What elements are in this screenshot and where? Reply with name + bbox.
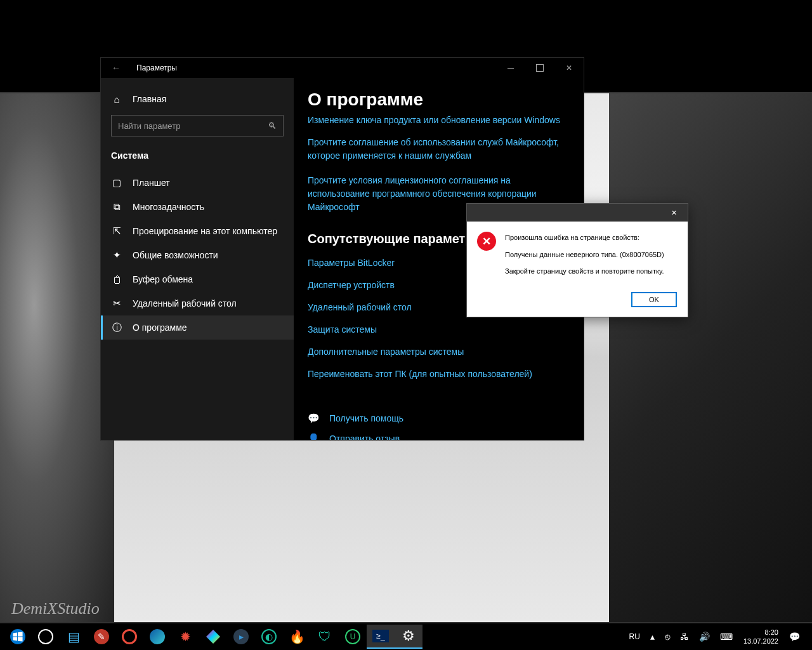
taskbar-app-3[interactable]: ✹ xyxy=(171,625,199,649)
feedback-label: Отправить отзыв xyxy=(329,434,400,440)
tray-network-icon[interactable]: 🖧 xyxy=(677,632,692,642)
info-icon: ⓘ xyxy=(111,322,122,333)
taskbar-app-1[interactable]: ✎ xyxy=(88,625,115,649)
sidebar-item-clipboard[interactable]: 📋︎ Буфер обмена xyxy=(101,267,294,291)
dialog-titlebar[interactable]: ✕ xyxy=(467,204,688,222)
window-controls xyxy=(496,58,584,78)
projecting-icon: ⇱ xyxy=(111,225,122,237)
sidebar-item-label: Планшет xyxy=(133,178,170,188)
sidebar-item-label: Буфер обмена xyxy=(133,274,193,284)
taskbar-app-6[interactable]: ◐ xyxy=(255,625,283,649)
taskbar-app-4[interactable] xyxy=(199,625,227,649)
link-advanced-system[interactable]: Дополнительные параметры системы xyxy=(308,345,570,359)
maximize-button[interactable] xyxy=(525,58,554,78)
error-icon: ✕ xyxy=(477,232,496,251)
svg-point-0 xyxy=(10,629,25,644)
sidebar-item-shared[interactable]: ✦ Общие возможности xyxy=(101,243,294,267)
sidebar-item-projecting[interactable]: ⇱ Проецирование на этот компьютер xyxy=(101,219,294,243)
window-title: Параметры xyxy=(136,63,496,72)
taskbar-app-8[interactable]: 🛡 xyxy=(311,625,339,649)
sidebar-item-label: Удаленный рабочий стол xyxy=(133,298,237,308)
taskbar-app-9[interactable]: U xyxy=(339,625,367,649)
get-help[interactable]: 💬 Получить помощь xyxy=(308,413,570,424)
dialog-close-button[interactable]: ✕ xyxy=(665,206,683,220)
desktop: DemiXStudio ← Параметры ⌂ Главная Найти … xyxy=(0,0,812,650)
tray-clock[interactable]: 8:20 13.07.2022 xyxy=(740,628,782,646)
tray-volume-icon[interactable]: 🔊 xyxy=(696,632,713,642)
clipboard-icon: 📋︎ xyxy=(111,274,122,285)
tablet-icon: ▢ xyxy=(111,177,122,189)
close-button[interactable] xyxy=(554,58,584,78)
tray-keyboard-icon[interactable]: ⌨ xyxy=(717,632,736,642)
taskbar-app-5[interactable]: ▸ xyxy=(227,625,255,649)
sidebar: ⌂ Главная Найти параметр 🔍︎ Система ▢ Пл… xyxy=(101,78,294,440)
sidebar-item-remote[interactable]: ✂ Удаленный рабочий стол xyxy=(101,291,294,315)
cortana-button[interactable] xyxy=(32,625,60,649)
sidebar-item-label: О программе xyxy=(133,322,187,333)
sidebar-item-label: Общие возможности xyxy=(133,250,218,260)
multitasking-icon: ⧉ xyxy=(111,201,122,213)
taskbar-app-7[interactable]: 🔥 xyxy=(283,625,311,649)
sidebar-home[interactable]: ⌂ Главная xyxy=(101,87,294,111)
search-placeholder: Найти параметр xyxy=(118,121,180,131)
taskbar-app-powershell[interactable]: ≥_ xyxy=(367,625,395,649)
link-product-key[interactable]: Изменение ключа продукта или обновление … xyxy=(308,114,570,127)
feedback-icon: 👤 xyxy=(308,433,319,440)
sidebar-home-label: Главная xyxy=(133,94,166,104)
tray-location-icon[interactable]: ⎋ xyxy=(662,632,673,642)
sidebar-item-label: Многозадачность xyxy=(133,202,204,212)
link-rename-pc[interactable]: Переименовать этот ПК (для опытных польз… xyxy=(308,368,570,381)
send-feedback[interactable]: 👤 Отправить отзыв xyxy=(308,433,570,440)
sidebar-item-multitasking[interactable]: ⧉ Многозадачность xyxy=(101,195,294,219)
page-heading: О программе xyxy=(308,90,570,110)
taskbar-app-edge[interactable] xyxy=(143,625,171,649)
ok-button[interactable]: OK xyxy=(632,293,676,307)
link-system-protection[interactable]: Защита системы xyxy=(308,323,570,336)
task-view-button[interactable]: ▤ xyxy=(60,625,88,649)
taskbar: ▤ ✎ ✹ ▸ ◐ 🔥 🛡 U ≥_ ⚙ RU ▴ ⎋ 🖧 🔊 ⌨ 8:20 1… xyxy=(0,623,812,650)
taskbar-app-2[interactable] xyxy=(115,625,143,649)
start-button[interactable] xyxy=(4,625,32,649)
taskbar-app-settings[interactable]: ⚙ xyxy=(395,625,422,649)
home-icon: ⌂ xyxy=(111,93,122,105)
search-input[interactable]: Найти параметр 🔍︎ xyxy=(111,115,284,136)
system-tray: RU ▴ ⎋ 🖧 🔊 ⌨ 8:20 13.07.2022 💬 xyxy=(626,628,808,646)
sidebar-section: Система xyxy=(101,145,294,171)
sidebar-item-tablet[interactable]: ▢ Планшет xyxy=(101,171,294,195)
error-dialog: ✕ ✕ Произошла ошибка на странице свойств… xyxy=(466,203,688,317)
tray-notifications-icon[interactable]: 💬 xyxy=(786,632,803,642)
remote-icon: ✂ xyxy=(111,298,122,309)
search-icon: 🔍︎ xyxy=(268,121,277,131)
link-services-agreement[interactable]: Прочтите соглашение об использовании слу… xyxy=(308,136,570,162)
sidebar-item-label: Проецирование на этот компьютер xyxy=(133,226,277,236)
dialog-message: Произошла ошибка на странице свойств: По… xyxy=(505,232,664,282)
back-button[interactable]: ← xyxy=(110,62,122,74)
help-icon: 💬 xyxy=(308,413,319,424)
sidebar-item-about[interactable]: ⓘ О программе xyxy=(101,315,294,340)
tray-language[interactable]: RU xyxy=(626,632,643,641)
watermark: DemiXStudio xyxy=(11,599,100,618)
minimize-button[interactable] xyxy=(496,58,525,78)
titlebar[interactable]: ← Параметры xyxy=(101,58,584,78)
tray-chevron-icon[interactable]: ▴ xyxy=(647,632,658,642)
shared-icon: ✦ xyxy=(111,249,122,261)
help-label: Получить помощь xyxy=(329,413,403,423)
